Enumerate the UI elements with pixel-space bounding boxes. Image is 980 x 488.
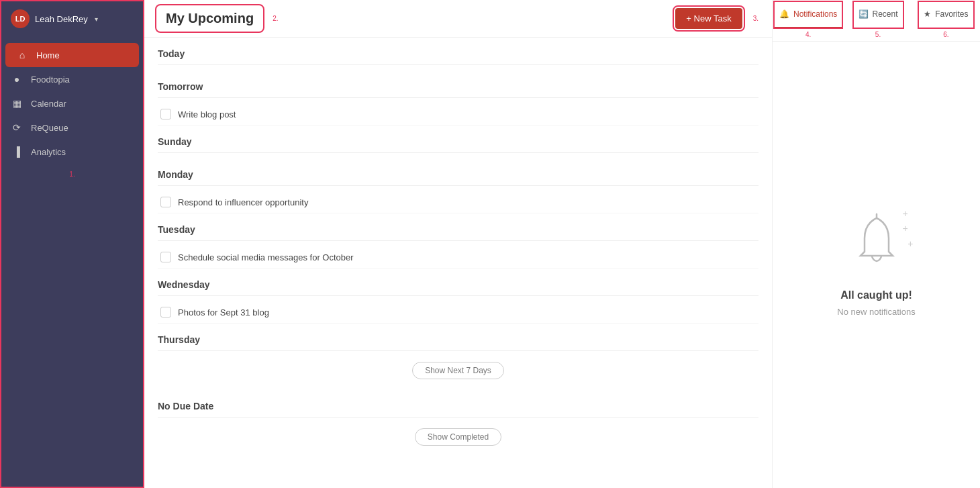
show-completed-button[interactable]: Show Completed bbox=[415, 428, 501, 446]
requeue-icon: ⟳ bbox=[11, 122, 23, 133]
page-title-label-number: 2. bbox=[273, 15, 278, 22]
day-header-monday: Monday bbox=[158, 158, 758, 186]
table-row: Respond to influencer opportunity bbox=[158, 191, 758, 213]
day-section-sunday: Sunday bbox=[158, 126, 758, 153]
task-label: Photos for Sept 31 blog bbox=[178, 307, 269, 318]
sidebar-label-number: 1. bbox=[0, 169, 144, 181]
tab-label-number-recent: 5. bbox=[875, 30, 881, 41]
sidebar-item-label-foodtopia: Foodtopia bbox=[31, 75, 70, 85]
day-section-tuesday: TuesdaySchedule social media messages fo… bbox=[158, 213, 758, 269]
tab-recent[interactable]: 🔄Recent bbox=[853, 1, 903, 28]
new-task-area: + New Task bbox=[675, 8, 742, 29]
task-area: TodayTomorrowWrite blog postSundayMonday… bbox=[144, 38, 772, 488]
task-checkbox[interactable] bbox=[160, 307, 171, 318]
tab-label-number-notifications: 4. bbox=[805, 30, 811, 41]
sidebar-item-label-analytics: Analytics bbox=[31, 147, 66, 157]
main-content: My Upcoming 2. + New Task 3. TodayTomorr… bbox=[144, 0, 772, 488]
task-checkbox[interactable] bbox=[160, 252, 171, 262]
task-label: Respond to influencer opportunity bbox=[178, 197, 308, 207]
user-menu[interactable]: LD Leah DekRey ▾ bbox=[0, 0, 144, 38]
sidebar-item-foodtopia[interactable]: ●Foodtopia bbox=[0, 67, 144, 91]
day-header-today: Today bbox=[158, 38, 758, 65]
sidebar-nav: ⌂Home●Foodtopia▦Calendar⟳ReQueue▐Analyti… bbox=[0, 38, 144, 169]
day-header-sunday: Sunday bbox=[158, 126, 758, 153]
page-title: My Upcoming bbox=[166, 11, 254, 26]
avatar: LD bbox=[11, 9, 30, 28]
day-section-monday: MondayRespond to influencer opportunity bbox=[158, 158, 758, 213]
tab-label-recent: Recent bbox=[873, 9, 898, 19]
sidebar-item-home[interactable]: ⌂Home bbox=[5, 43, 139, 67]
recent-icon: 🔄 bbox=[859, 9, 869, 19]
bell-graphic: ++ + bbox=[850, 213, 903, 276]
table-row: Write blog post bbox=[158, 103, 758, 126]
foodtopia-icon: ● bbox=[11, 74, 23, 85]
day-section-wednesday: WednesdayPhotos for Sept 31 blog bbox=[158, 269, 758, 324]
sidebar-item-label-home: Home bbox=[36, 50, 60, 60]
home-icon: ⌂ bbox=[16, 50, 28, 60]
tab-label-notifications: Notifications bbox=[793, 9, 837, 19]
task-label: Write blog post bbox=[178, 109, 236, 119]
sidebar-item-label-calendar: Calendar bbox=[31, 99, 66, 109]
day-header-tuesday: Tuesday bbox=[158, 213, 758, 241]
tab-notifications[interactable]: 🔔Notifications bbox=[774, 1, 842, 28]
show-next-7-days-button[interactable]: Show Next 7 Days bbox=[412, 362, 504, 379]
sidebar: LD Leah DekRey ▾ ⌂Home●Foodtopia▦Calenda… bbox=[0, 0, 144, 488]
calendar-icon: ▦ bbox=[11, 98, 23, 109]
chevron-down-icon: ▾ bbox=[95, 15, 98, 23]
no-due-date-header: No Due Date bbox=[158, 390, 758, 418]
day-section-thursday: Thursday bbox=[158, 324, 758, 351]
page-title-box: My Upcoming bbox=[158, 7, 262, 30]
task-checkbox[interactable] bbox=[160, 109, 171, 119]
panel-content: ++ + All caught up! No new notifications bbox=[773, 42, 980, 488]
sidebar-item-label-requeue: ReQueue bbox=[31, 123, 68, 133]
tab-label-number-favorites: 6. bbox=[943, 30, 948, 41]
tab-favorites[interactable]: ★Favorites bbox=[918, 1, 973, 28]
sidebar-item-requeue[interactable]: ⟳ReQueue bbox=[0, 115, 144, 140]
favorites-icon: ★ bbox=[924, 9, 931, 19]
sidebar-item-calendar[interactable]: ▦Calendar bbox=[0, 91, 144, 115]
notifications-icon: 🔔 bbox=[779, 9, 789, 19]
user-name: Leah DekRey bbox=[35, 14, 88, 24]
caught-up-title: All caught up! bbox=[840, 289, 912, 301]
task-label: Schedule social media messages for Octob… bbox=[178, 252, 354, 262]
day-section-tomorrow: TomorrowWrite blog post bbox=[158, 70, 758, 126]
new-task-button[interactable]: + New Task bbox=[675, 8, 742, 29]
day-header-thursday: Thursday bbox=[158, 324, 758, 351]
table-row: Photos for Sept 31 blog bbox=[158, 301, 758, 324]
tab-label-favorites: Favorites bbox=[935, 9, 968, 19]
table-row: Schedule social media messages for Octob… bbox=[158, 246, 758, 269]
day-header-tomorrow: Tomorrow bbox=[158, 70, 758, 98]
caught-up-sub: No new notifications bbox=[837, 307, 915, 317]
bell-icon bbox=[850, 213, 903, 273]
day-section-today: Today bbox=[158, 38, 758, 65]
new-task-label-number: 3. bbox=[753, 15, 758, 22]
right-panel: 🔔Notifications4.🔄Recent5.★Favorites6. ++… bbox=[772, 0, 980, 488]
sparkles-decoration: ++ + bbox=[903, 206, 914, 251]
sidebar-item-analytics[interactable]: ▐Analytics bbox=[0, 140, 144, 164]
main-header: My Upcoming 2. + New Task 3. bbox=[144, 0, 772, 38]
right-panel-header: 🔔Notifications4.🔄Recent5.★Favorites6. bbox=[773, 0, 980, 42]
day-header-wednesday: Wednesday bbox=[158, 269, 758, 296]
task-checkbox[interactable] bbox=[160, 197, 171, 207]
analytics-icon: ▐ bbox=[11, 146, 23, 157]
